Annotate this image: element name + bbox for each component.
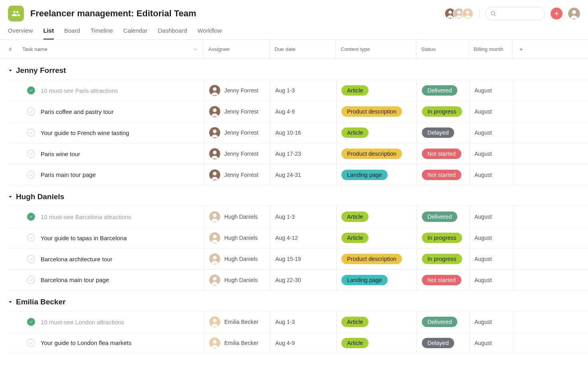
billing-cell[interactable]: August	[469, 165, 513, 185]
content-type-cell[interactable]: Article	[336, 333, 417, 353]
collapse-icon[interactable]	[8, 194, 13, 199]
due-cell[interactable]: Aug 15-19	[270, 249, 336, 269]
due-cell[interactable]: Aug 1-3	[270, 206, 336, 227]
status-cell[interactable]: Delivered	[417, 80, 469, 101]
status-cell[interactable]: In progress	[417, 227, 469, 248]
due-cell[interactable]: Aug 10-16	[270, 122, 336, 143]
complete-toggle[interactable]	[27, 318, 35, 326]
complete-toggle[interactable]	[27, 234, 35, 242]
content-type-cell[interactable]: Article	[336, 227, 417, 248]
due-cell[interactable]: Aug 1-3	[270, 312, 336, 332]
due-cell[interactable]: Aug 4-12	[270, 227, 336, 248]
billing-cell[interactable]: August	[469, 101, 513, 122]
task-cell[interactable]: Your guide to London flea markets	[17, 339, 204, 347]
billing-cell[interactable]: August	[469, 249, 513, 269]
task-cell[interactable]: Your guide to French wine tasting	[17, 129, 204, 137]
billing-cell[interactable]: August	[469, 312, 513, 332]
content-type-cell[interactable]: Article	[336, 312, 417, 332]
status-cell[interactable]: In progress	[417, 249, 469, 269]
content-type-cell[interactable]: Article	[336, 80, 417, 101]
task-cell[interactable]: Your guide to tapas in Barcelona	[17, 234, 204, 242]
table-row[interactable]: Paris main tour page Jenny Forrest Aug 2…	[8, 164, 588, 185]
due-cell[interactable]: Aug 22-30	[270, 270, 336, 290]
assignee-cell[interactable]: Hugh Daniels	[204, 249, 270, 269]
status-cell[interactable]: Delivered	[417, 312, 469, 332]
collapse-icon[interactable]	[8, 300, 13, 304]
section-header[interactable]: Hugh Daniels	[0, 185, 588, 206]
tab-dashboard[interactable]: Dashboard	[158, 27, 187, 39]
table-row[interactable]: Paris wine tour Jenny Forrest Aug 17-23 …	[8, 143, 588, 164]
complete-toggle[interactable]	[27, 171, 35, 179]
billing-cell[interactable]: August	[469, 122, 513, 143]
table-row[interactable]: Your guide to London flea markets Emilia…	[8, 332, 588, 353]
add-button[interactable]	[551, 8, 563, 20]
tab-workflow[interactable]: Workflow	[198, 27, 222, 39]
tab-calendar[interactable]: Calendar	[123, 27, 147, 39]
content-type-cell[interactable]: Product description	[336, 101, 417, 122]
complete-toggle[interactable]	[27, 86, 35, 94]
column-content-type[interactable]: Content type	[335, 40, 416, 59]
billing-cell[interactable]: August	[469, 333, 513, 353]
content-type-cell[interactable]: Product description	[336, 143, 417, 164]
due-cell[interactable]: Aug 4-9	[270, 101, 336, 122]
status-cell[interactable]: Not started	[417, 270, 469, 290]
complete-toggle[interactable]	[27, 108, 35, 116]
assignee-cell[interactable]: Jenny Forrest	[204, 143, 270, 164]
table-row[interactable]: 10 must-see London attractions Emilia Be…	[8, 311, 588, 332]
assignee-cell[interactable]: Jenny Forrest	[204, 80, 270, 101]
complete-toggle[interactable]	[27, 129, 35, 137]
assignee-cell[interactable]: Emilia Becker	[204, 312, 270, 332]
table-row[interactable]: 10 must-see Barcelona attractions Hugh D…	[8, 206, 588, 227]
search-input[interactable]	[485, 7, 545, 20]
complete-toggle[interactable]	[27, 213, 35, 221]
status-cell[interactable]: In progress	[417, 101, 469, 122]
content-type-cell[interactable]: Landing page	[336, 270, 417, 290]
tab-timeline[interactable]: Timeline	[90, 27, 113, 39]
tab-board[interactable]: Board	[64, 27, 80, 39]
billing-cell[interactable]: August	[469, 80, 513, 101]
billing-cell[interactable]: August	[469, 270, 513, 290]
collapse-icon[interactable]	[8, 68, 13, 73]
table-row[interactable]: Barcelona architecture tour Hugh Daniels…	[8, 248, 588, 269]
assignee-cell[interactable]: Jenny Forrest	[204, 101, 270, 122]
add-column[interactable]	[512, 40, 588, 59]
status-cell[interactable]: Delayed	[417, 122, 469, 143]
column-status[interactable]: Status	[416, 40, 468, 59]
current-user-avatar[interactable]	[568, 8, 580, 20]
task-cell[interactable]: Paris coffee and pastry tour	[17, 108, 204, 116]
task-cell[interactable]: Barcelona architecture tour	[17, 255, 204, 263]
status-cell[interactable]: Not started	[417, 143, 469, 164]
due-cell[interactable]: Aug 17-23	[270, 143, 336, 164]
column-due[interactable]: Due date	[269, 40, 335, 59]
task-cell[interactable]: 10 must-see Paris attractions	[17, 86, 204, 94]
billing-cell[interactable]: August	[469, 206, 513, 227]
billing-cell[interactable]: August	[469, 227, 513, 248]
assignee-cell[interactable]: Hugh Daniels	[204, 227, 270, 248]
task-cell[interactable]: Paris main tour page	[17, 171, 204, 179]
table-row[interactable]: Barcelona main tour page Hugh Daniels Au…	[8, 269, 588, 290]
assignee-cell[interactable]: Emilia Becker	[204, 333, 270, 353]
status-cell[interactable]: Not started	[417, 165, 469, 185]
column-assignee[interactable]: Assignee	[203, 40, 269, 59]
table-row[interactable]: Your guide to tapas in Barcelona Hugh Da…	[8, 227, 588, 248]
section-header[interactable]: Emilia Becker	[0, 290, 588, 311]
table-row[interactable]: 10 must-see Paris attractions Jenny Forr…	[8, 80, 588, 101]
assignee-cell[interactable]: Jenny Forrest	[204, 122, 270, 143]
due-cell[interactable]: Aug 4-9	[270, 333, 336, 353]
assignee-cell[interactable]: Hugh Daniels	[204, 206, 270, 227]
due-cell[interactable]: Aug 1-3	[270, 80, 336, 101]
section-header[interactable]: Jenny Forrest	[0, 59, 588, 80]
due-cell[interactable]: Aug 24-31	[270, 165, 336, 185]
tab-overview[interactable]: Overview	[8, 27, 33, 39]
task-cell[interactable]: 10 must-see Barcelona attractions	[17, 213, 204, 221]
member-avatars[interactable]	[444, 8, 474, 20]
content-type-cell[interactable]: Article	[336, 122, 417, 143]
column-billing[interactable]: Billing month	[468, 40, 512, 59]
complete-toggle[interactable]	[27, 150, 35, 158]
billing-cell[interactable]: August	[469, 143, 513, 164]
column-task[interactable]: Task name	[16, 46, 203, 52]
task-cell[interactable]: 10 must-see London attractions	[17, 318, 204, 326]
task-cell[interactable]: Barcelona main tour page	[17, 276, 204, 284]
complete-toggle[interactable]	[27, 339, 35, 347]
complete-toggle[interactable]	[27, 276, 35, 284]
